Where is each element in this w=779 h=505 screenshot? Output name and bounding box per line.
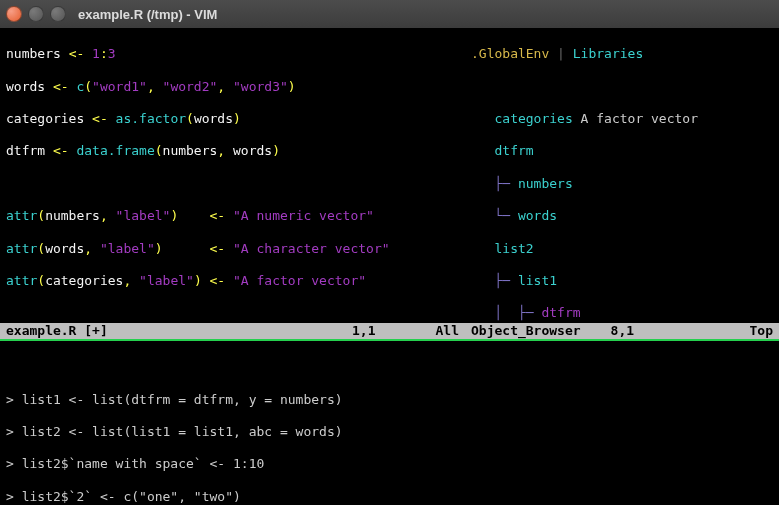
maximize-icon[interactable] <box>50 6 66 22</box>
console-line: > list2$`name with space` <- 1:10 <box>6 456 773 472</box>
console-line: > list2$`2` <- c("one", "two") <box>6 489 773 505</box>
code-line: attr(words, "label") <- "A character vec… <box>6 241 458 257</box>
status-bar: example.R [+] 1,1 All Object_Browser 8,1… <box>0 323 779 339</box>
window-title: example.R (/tmp) - VIM <box>78 7 217 22</box>
browser-row[interactable]: │ ├─ dtfrm <box>471 305 773 321</box>
minimize-icon[interactable] <box>28 6 44 22</box>
code-line: attr(numbers, "label") <- "A numeric vec… <box>6 208 458 224</box>
code-line: attr(categories, "label") <- "A factor v… <box>6 273 458 289</box>
object-browser-pane[interactable]: .GlobalEnv | Libraries categories A fact… <box>465 28 779 323</box>
browser-row[interactable]: dtfrm <box>471 143 773 159</box>
code-line: categories <- as.factor(words) <box>6 111 458 127</box>
status-cursor-pos: 8,1 <box>611 323 634 339</box>
browser-row[interactable]: categories A factor vector <box>471 111 773 127</box>
browser-row[interactable]: ├─ list1 <box>471 273 773 289</box>
console-line: > list1 <- list(dtfrm = dtfrm, y = numbe… <box>6 392 773 408</box>
status-scroll-pct: Top <box>750 323 773 339</box>
r-console-pane[interactable]: > list1 <- list(dtfrm = dtfrm, y = numbe… <box>0 341 779 505</box>
code-pane[interactable]: numbers <- 1:3 words <- c("word1", "word… <box>0 28 465 323</box>
code-line: numbers <- 1:3 <box>6 46 458 62</box>
status-scroll-pct: All <box>436 323 459 339</box>
status-cursor-pos: 1,1 <box>352 323 375 339</box>
browser-row[interactable]: └─ words <box>471 208 773 224</box>
code-line <box>6 176 458 192</box>
code-line <box>6 305 458 321</box>
titlebar: example.R (/tmp) - VIM <box>0 0 779 28</box>
code-line: words <- c("word1", "word2", "word3") <box>6 79 458 95</box>
close-icon[interactable] <box>6 6 22 22</box>
editor-area: numbers <- 1:3 words <- c("word1", "word… <box>0 28 779 505</box>
browser-row[interactable]: ├─ numbers <box>471 176 773 192</box>
status-pane-name: Object_Browser <box>471 323 581 339</box>
browser-row[interactable]: list2 <box>471 241 773 257</box>
browser-header: .GlobalEnv | Libraries <box>471 46 773 62</box>
code-line: dtfrm <- data.frame(numbers, words) <box>6 143 458 159</box>
browser-row <box>471 79 773 95</box>
console-line: > list2 <- list(list1 = list1, abc = wor… <box>6 424 773 440</box>
status-filename: example.R [+] <box>6 323 108 339</box>
